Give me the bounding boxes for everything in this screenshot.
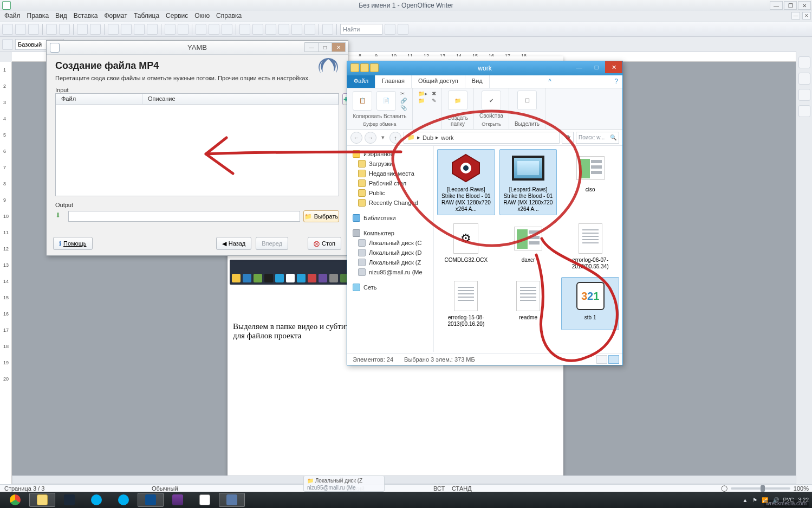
qat-icon[interactable] xyxy=(360,63,369,72)
writer-menubar[interactable]: Файл Правка Вид Вставка Формат Таблица С… xyxy=(0,11,812,22)
file-item[interactable]: [Leopard-Raws] Strike the Blood - 01 RAW… xyxy=(437,149,495,215)
address-path[interactable]: 📁▸Dub▸work xyxy=(404,132,560,144)
find-prev-button[interactable] xyxy=(398,24,408,35)
yamb-file-list[interactable]: Файл Описание xyxy=(55,93,339,196)
find-box[interactable]: Найти xyxy=(340,24,382,35)
file-item[interactable]: [Leopard-Raws] Strike the Blood - 01 RAW… xyxy=(499,149,557,215)
yamb-forward-button[interactable]: Вперед xyxy=(256,237,288,250)
sidepanel-properties-icon[interactable] xyxy=(798,56,810,68)
menu-window[interactable]: Окно xyxy=(194,12,210,21)
find-replace-button[interactable] xyxy=(239,24,250,35)
delete-icon[interactable]: ✖ xyxy=(432,91,436,97)
styles-button[interactable] xyxy=(2,39,13,50)
save-button[interactable] xyxy=(28,24,39,35)
taskbar-skype-2[interactable] xyxy=(111,493,137,507)
taskbar-explorer[interactable] xyxy=(29,493,55,507)
tab-home[interactable]: Главная xyxy=(375,75,412,88)
explorer-minimize-button[interactable]: — xyxy=(570,61,588,73)
sidepanel-gallery-icon[interactable] xyxy=(798,89,810,101)
ribbon-cut-icon[interactable]: ✂ xyxy=(400,91,407,97)
new-doc-button[interactable] xyxy=(2,24,13,35)
explorer-titlebar[interactable]: work — □ ✕ xyxy=(347,61,622,75)
sidepanel-styles-icon[interactable] xyxy=(798,73,810,85)
redo-button[interactable] xyxy=(178,24,189,35)
menu-file[interactable]: Файл xyxy=(4,12,21,21)
writer-minimize-button[interactable]: — xyxy=(770,1,783,10)
ribbon-copypath-icon[interactable]: 🔗 xyxy=(400,98,407,104)
status-ins[interactable]: ВСТ xyxy=(433,485,445,492)
gallery-button[interactable] xyxy=(265,24,276,35)
yamb-minimize-button[interactable]: — xyxy=(304,42,319,52)
ribbon-copy-button[interactable]: 📋 xyxy=(353,91,372,111)
navigator-button[interactable] xyxy=(252,24,263,35)
file-item[interactable]: readme xyxy=(499,277,557,330)
taskbar-paint[interactable] xyxy=(192,493,218,507)
show-draw-button[interactable] xyxy=(222,24,232,35)
view-details-button[interactable] xyxy=(596,355,607,364)
yamb-output-field[interactable] xyxy=(68,211,300,222)
ribbon-pasteshortcut-icon[interactable]: 📎 xyxy=(400,105,407,111)
windows-taskbar[interactable]: ▲ ⚑ 📶 🔊 РУС 3:22 xyxy=(0,492,812,508)
file-item[interactable]: ciso xyxy=(561,149,619,215)
menu-format[interactable]: Формат xyxy=(104,12,127,21)
nav-up-button[interactable]: ↑ xyxy=(389,132,401,144)
refresh-button[interactable]: ⟳ xyxy=(562,132,574,144)
menu-help[interactable]: Справка xyxy=(216,12,242,21)
qat-icon[interactable] xyxy=(370,63,379,72)
tab-view[interactable]: Вид xyxy=(465,75,490,88)
ribbon-collapse-button[interactable]: ^ xyxy=(544,75,556,88)
find-next-button[interactable] xyxy=(385,24,395,35)
nav-back-button[interactable]: ← xyxy=(350,132,362,144)
doc-close-button[interactable]: ✕ xyxy=(802,12,811,20)
tab-share[interactable]: Общий доступ xyxy=(412,75,465,88)
explorer-files-pane[interactable]: [Leopard-Raws] Strike the Blood - 01 RAW… xyxy=(434,146,622,352)
nav-forward-button[interactable]: → xyxy=(365,132,376,144)
doc-minimize-button[interactable]: — xyxy=(791,12,800,20)
yamb-back-button[interactable]: ◀ Назад xyxy=(216,237,252,250)
taskbar-openoffice[interactable] xyxy=(138,493,164,507)
yamb-maximize-button[interactable]: □ xyxy=(318,42,332,52)
writer-close-button[interactable]: ✕ xyxy=(798,1,811,10)
sidepanel-navigator-icon[interactable] xyxy=(798,105,810,117)
paste-button[interactable] xyxy=(134,24,145,35)
format-paintbrush-button[interactable] xyxy=(147,24,158,35)
status-style[interactable]: Обычный xyxy=(152,485,178,492)
rename-icon[interactable]: ✎ xyxy=(432,98,436,104)
copyto-icon[interactable]: 📁 xyxy=(418,98,427,104)
horizontal-scrollbar[interactable] xyxy=(12,475,800,484)
spellcheck-button[interactable] xyxy=(77,24,88,35)
explorer-tree[interactable]: Избранное Загрузки Недавние места Рабочи… xyxy=(347,146,434,352)
hyperlink-button[interactable] xyxy=(196,24,206,35)
print-button[interactable] xyxy=(59,24,70,35)
ribbon-help-button[interactable]: ? xyxy=(610,75,622,88)
menu-view[interactable]: Вид xyxy=(55,12,67,21)
taskbar-skype-1[interactable] xyxy=(83,493,109,507)
yamb-col-file[interactable]: Файл xyxy=(56,94,142,104)
taskbar-chrome[interactable] xyxy=(2,493,28,507)
help-button[interactable] xyxy=(322,24,333,35)
yamb-col-desc[interactable]: Описание xyxy=(142,94,339,104)
yamb-help-button[interactable]: ℹПомощь xyxy=(53,237,93,250)
yamb-titlebar[interactable]: YAMB — □ ✕ xyxy=(47,41,348,55)
yamb-stop-button[interactable]: ⨂Стоп xyxy=(308,237,341,250)
nav-history-button[interactable]: ▾ xyxy=(379,132,387,144)
open-button[interactable] xyxy=(15,24,26,35)
vertical-ruler[interactable]: 123 456 789 101112 131415 161718 1920 xyxy=(0,62,12,484)
search-field[interactable]: Поиск: w...🔍 xyxy=(576,132,619,144)
select-button[interactable]: ☐ xyxy=(517,91,537,110)
autocheck-button[interactable] xyxy=(90,24,101,35)
file-item[interactable]: 321stb 1 xyxy=(561,277,619,330)
taskbar-steam[interactable] xyxy=(56,493,82,507)
writer-maximize-button[interactable]: ❐ xyxy=(784,1,797,10)
zoom-button[interactable] xyxy=(304,24,315,35)
ribbon-paste-button[interactable]: 📄 xyxy=(376,91,396,111)
tab-file[interactable]: Файл xyxy=(347,75,375,88)
moveto-icon[interactable]: 📁▸ xyxy=(418,91,427,97)
taskbar-winrar[interactable] xyxy=(165,493,191,507)
explorer-close-button[interactable]: ✕ xyxy=(605,61,622,73)
table-button[interactable] xyxy=(209,24,219,35)
newfolder-button[interactable]: 📁 xyxy=(448,91,467,110)
menu-insert[interactable]: Вставка xyxy=(74,12,98,21)
menu-table[interactable]: Таблица xyxy=(134,12,159,21)
file-item[interactable]: daxcr xyxy=(499,220,557,273)
